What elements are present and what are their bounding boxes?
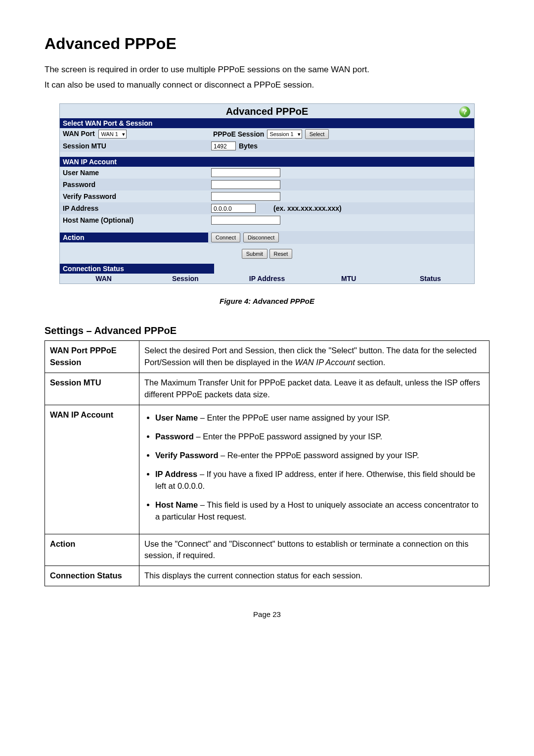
intro-line-1: The screen is required in order to use m… (44, 63, 490, 76)
page-footer: Page 23 (44, 610, 490, 618)
settings-session-mtu-label: Session MTU (45, 373, 139, 405)
col-status: Status (390, 275, 471, 283)
ip-address-input[interactable]: 0.0.0.0 (211, 204, 256, 213)
page-title: Advanced PPPoE (44, 35, 490, 53)
settings-action-label: Action (45, 534, 139, 566)
verify-password-input[interactable] (211, 192, 280, 201)
col-session: Session (144, 275, 226, 283)
username-input[interactable] (211, 168, 280, 177)
settings-session-mtu-text: The Maximum Transfer Unit for PPPoE pack… (139, 373, 490, 405)
username-label: User Name (63, 169, 211, 177)
reset-button[interactable]: Reset (269, 249, 293, 259)
col-mtu: MTU (308, 275, 390, 283)
section-connection-status: Connection Status (60, 264, 214, 274)
bullet-verify-strong: Verify Password (155, 451, 218, 460)
session-mtu-unit: Bytes (239, 142, 258, 150)
bullet-password-text: – Enter the PPPoE password assigned by y… (194, 432, 382, 441)
disconnect-button[interactable]: Disconnect (243, 233, 279, 242)
bullet-username-text: – Enter the PPPoE user name assigned by … (198, 413, 390, 422)
settings-action-text: Use the "Connect" and "Disconnect" butto… (139, 534, 490, 566)
settings-wan-port-text: Select the desired Port and Session, the… (139, 341, 490, 373)
settings-connection-status-text: This displays the current connection sta… (139, 566, 490, 586)
settings-wan-ip-account-label: WAN IP Account (45, 405, 139, 534)
settings-connection-status-label: Connection Status (45, 566, 139, 586)
section-action: Action (60, 233, 208, 242)
connect-button[interactable]: Connect (211, 233, 240, 242)
session-mtu-label: Session MTU (63, 142, 211, 150)
bullet-username-strong: User Name (155, 413, 198, 422)
bullet-verify-text: – Re-enter the PPPoE password assigned b… (218, 451, 419, 460)
password-label: Password (63, 181, 211, 189)
pppoe-session-label: PPPoE Session (213, 130, 264, 138)
wan-port-label: WAN Port (63, 130, 95, 138)
hostname-input[interactable] (211, 216, 280, 225)
help-icon[interactable]: ? (459, 106, 470, 117)
settings-wan-ip-account-text: User Name – Enter the PPPoE user name as… (139, 405, 490, 534)
submit-button[interactable]: Submit (242, 249, 267, 259)
settings-wan-port-label: WAN Port PPPoE Session (45, 341, 139, 373)
section-wan-ip-account: WAN IP Account (60, 157, 474, 167)
verify-password-label: Verify Password (63, 192, 211, 200)
wan-port-select[interactable]: WAN 1 (98, 130, 126, 139)
ip-address-label: IP Address (63, 204, 211, 212)
intro-line-2: It can also be used to manually connect … (44, 78, 490, 92)
section-select-wan-port: Select WAN Port & Session (60, 118, 474, 128)
settings-table: WAN Port PPPoE Session Select the desire… (44, 340, 490, 586)
session-mtu-input[interactable]: 1492 (211, 142, 236, 150)
figure-caption: Figure 4: Advanced PPPoE (44, 297, 490, 305)
screenshot-title: Advanced PPPoE (75, 106, 459, 117)
select-button[interactable]: Select (305, 129, 329, 139)
pppoe-session-select[interactable]: Session 1 (267, 130, 302, 139)
bullet-hostname-text: – This field is used by a Host to unique… (155, 500, 479, 521)
password-input[interactable] (211, 180, 280, 189)
bullet-ip-text: – If you have a fixed IP address, enter … (155, 470, 475, 490)
col-wan: WAN (63, 275, 144, 283)
advanced-pppoe-screenshot: Advanced PPPoE ? Select WAN Port & Sessi… (59, 103, 475, 284)
bullet-password-strong: Password (155, 432, 194, 441)
col-ip: IP Address (226, 275, 308, 283)
hostname-label: Host Name (Optional) (63, 216, 211, 224)
bullet-ip-strong: IP Address (155, 470, 197, 478)
bullet-hostname-strong: Host Name (155, 500, 198, 509)
ip-address-hint: (ex. xxx.xxx.xxx.xxx) (273, 204, 342, 212)
settings-heading: Settings – Advanced PPPoE (44, 325, 490, 336)
